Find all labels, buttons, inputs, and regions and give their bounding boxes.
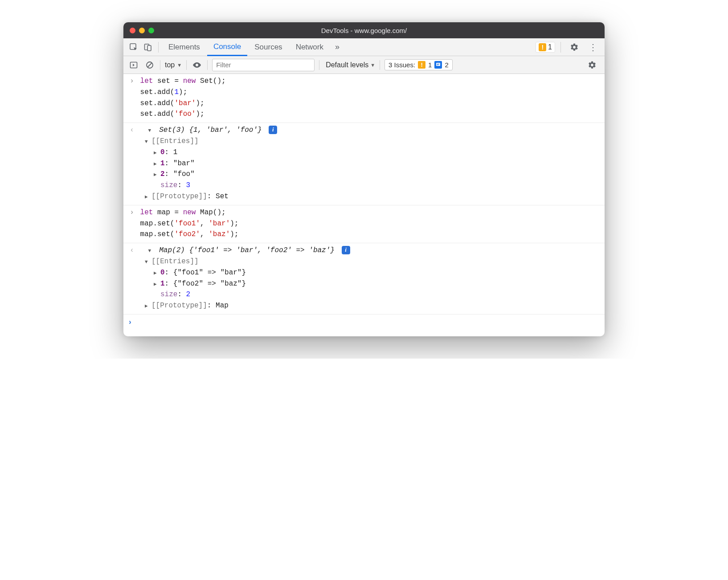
svg-rect-7 xyxy=(436,63,440,66)
issues-info-count: 2 xyxy=(445,61,448,69)
tree-row: size: 2 xyxy=(128,289,600,300)
separator xyxy=(319,60,319,70)
main-tabs: Elements Console Sources Network » ! 1 ⋮ xyxy=(123,38,605,56)
input-chevron-icon: › xyxy=(128,207,136,218)
issues-button[interactable]: 3 Issues: ! 1 2 xyxy=(384,59,453,70)
svg-rect-8 xyxy=(437,64,440,64)
console-input-entry: › let set = new Set(); set.add(1); set.a… xyxy=(123,74,605,123)
svg-rect-2 xyxy=(147,45,151,51)
disclosure-triangle-icon[interactable] xyxy=(154,278,159,290)
console-prompt[interactable]: › xyxy=(123,315,605,336)
output-chevron-icon: ‹ xyxy=(128,245,136,256)
disclosure-triangle-icon[interactable] xyxy=(154,147,159,158)
issues-warn-count: 1 xyxy=(428,61,432,69)
tab-network[interactable]: Network xyxy=(290,38,330,56)
context-label: top xyxy=(165,61,175,69)
levels-label: Default levels xyxy=(326,61,368,69)
console-output: › let set = new Set(); set.add(1); set.a… xyxy=(123,74,605,336)
log-levels-selector[interactable]: Default levels ▼ xyxy=(326,61,375,69)
disclosure-triangle-icon[interactable] xyxy=(145,300,150,311)
live-expression-icon[interactable] xyxy=(191,59,203,71)
window-title: DevTools - www.google.com/ xyxy=(123,27,605,34)
tree-row[interactable]: [[Entries]] xyxy=(128,256,600,267)
devtools-window: DevTools - www.google.com/ Elements Cons… xyxy=(123,22,605,336)
disclosure-triangle-icon[interactable] xyxy=(145,256,150,267)
warnings-count: 1 xyxy=(548,43,552,51)
warnings-badge[interactable]: ! 1 xyxy=(536,42,555,53)
console-settings-icon[interactable] xyxy=(584,61,600,69)
minimize-icon[interactable] xyxy=(139,28,145,33)
tab-console[interactable]: Console xyxy=(207,39,247,56)
separator xyxy=(160,60,160,70)
tree-row[interactable]: [[Prototype]]: Map xyxy=(128,300,600,311)
console-input-entry: › let map = new Map(); map.set('foo1', '… xyxy=(123,205,605,243)
filter-input[interactable] xyxy=(212,59,315,71)
chevron-down-icon: ▼ xyxy=(177,62,182,68)
context-selector[interactable]: top ▼ xyxy=(165,61,182,69)
tree-row[interactable]: 1: {"foo2" => "baz"} xyxy=(128,278,600,290)
info-icon[interactable]: i xyxy=(269,126,277,134)
info-icon[interactable]: i xyxy=(342,246,350,254)
settings-icon[interactable] xyxy=(566,43,582,52)
code-line: let set = new Set(); set.add(1); set.add… xyxy=(140,76,226,120)
separator xyxy=(158,42,159,53)
tree-row[interactable]: 0: {"foo1" => "bar"} xyxy=(128,267,600,278)
chevron-down-icon: ▼ xyxy=(370,62,375,68)
output-chevron-icon: ‹ xyxy=(128,125,136,136)
separator xyxy=(380,60,380,70)
code-line: let map = new Map(); map.set('foo1', 'ba… xyxy=(140,207,239,240)
tree-row[interactable]: 1: "bar" xyxy=(128,158,600,169)
output-summary-row[interactable]: ‹ Set(3) {1, 'bar', 'foo'} i xyxy=(128,125,600,136)
warn-chip-icon: ! xyxy=(418,61,425,69)
console-output-entry: ‹ Set(3) {1, 'bar', 'foo'} i [[Entries]]… xyxy=(123,123,605,205)
tree-row[interactable]: [[Entries]] xyxy=(128,136,600,147)
prompt-chevron-icon: › xyxy=(128,319,132,327)
tree-row[interactable]: 0: 1 xyxy=(128,147,600,158)
more-tabs-icon[interactable]: » xyxy=(331,41,344,53)
tree-row[interactable]: 2: "foo" xyxy=(128,169,600,180)
separator xyxy=(186,60,187,70)
console-output-entry: ‹ Map(2) {'foo1' => 'bar', 'foo2' => 'ba… xyxy=(123,243,605,315)
svg-rect-9 xyxy=(437,65,439,65)
device-toolbar-icon[interactable] xyxy=(141,41,155,53)
separator xyxy=(560,42,561,53)
console-toolbar: top ▼ Default levels ▼ 3 Issues: ! 1 2 xyxy=(123,56,605,74)
toggle-sidebar-icon[interactable] xyxy=(128,59,139,71)
zoom-icon[interactable] xyxy=(148,28,154,33)
disclosure-triangle-icon[interactable] xyxy=(154,169,159,180)
issues-label: 3 Issues: xyxy=(389,61,415,69)
input-chevron-icon: › xyxy=(128,76,136,87)
tab-elements[interactable]: Elements xyxy=(162,38,206,56)
kebab-menu-icon[interactable]: ⋮ xyxy=(585,42,601,53)
disclosure-triangle-icon[interactable] xyxy=(145,191,150,202)
tree-row[interactable]: [[Prototype]]: Set xyxy=(128,191,600,202)
svg-line-5 xyxy=(148,63,152,67)
disclosure-triangle-icon[interactable] xyxy=(148,125,154,136)
clear-console-icon[interactable] xyxy=(144,59,155,71)
output-summary-row[interactable]: ‹ Map(2) {'foo1' => 'bar', 'foo2' => 'ba… xyxy=(128,245,600,256)
separator xyxy=(207,60,208,70)
disclosure-triangle-icon[interactable] xyxy=(145,136,150,147)
inspect-icon[interactable] xyxy=(127,41,140,53)
disclosure-triangle-icon[interactable] xyxy=(148,245,154,256)
tree-row: size: 3 xyxy=(128,180,600,191)
disclosure-triangle-icon[interactable] xyxy=(154,158,159,169)
info-chip-icon xyxy=(434,61,442,69)
traffic-lights xyxy=(130,28,154,33)
close-icon[interactable] xyxy=(130,28,135,33)
disclosure-triangle-icon[interactable] xyxy=(154,267,159,278)
titlebar: DevTools - www.google.com/ xyxy=(123,22,605,38)
tab-sources[interactable]: Sources xyxy=(248,38,288,56)
svg-point-6 xyxy=(196,64,198,66)
